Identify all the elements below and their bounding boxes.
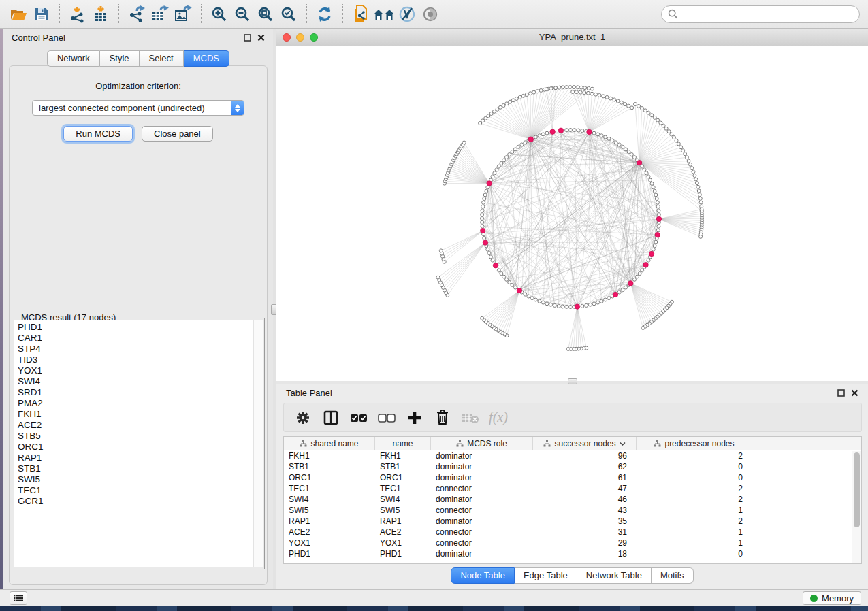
cell-MCDS-role: connector	[431, 538, 533, 548]
memory-button[interactable]: Memory	[803, 591, 861, 605]
tab-select[interactable]: Select	[140, 50, 184, 67]
result-list-item[interactable]: TEC1	[18, 485, 253, 496]
tab-network-table[interactable]: Network Table	[577, 567, 652, 584]
result-list-item[interactable]: PHD1	[18, 322, 253, 333]
close-panel-icon[interactable]	[257, 34, 265, 42]
show-all-icon[interactable]	[419, 3, 442, 25]
table-row[interactable]: TEC1TEC1connector472	[284, 483, 861, 494]
result-list-item[interactable]: STP4	[18, 344, 253, 354]
zoom-in-icon[interactable]	[208, 3, 231, 25]
result-list-item[interactable]: PMA2	[18, 398, 253, 409]
cell-predecessor-nodes: 1	[637, 538, 752, 548]
cell-MCDS-role: dominator	[431, 472, 533, 483]
result-list-scrollbar[interactable]	[253, 320, 263, 567]
zoom-out-icon[interactable]	[231, 3, 254, 25]
table-row[interactable]: ACE2ACE2connector311	[284, 527, 861, 538]
result-list-item[interactable]: RAP1	[18, 452, 253, 463]
select-all-icon[interactable]	[348, 407, 370, 429]
network-titlebar[interactable]: YPA_prune.txt_1	[276, 29, 868, 46]
float-window-icon[interactable]	[837, 389, 845, 397]
result-list-item[interactable]: TID3	[18, 354, 253, 365]
network-view-canvas[interactable]	[276, 46, 868, 381]
column-header-MCDS-role[interactable]: MCDS role	[431, 437, 533, 450]
run-mcds-button[interactable]: Run MCDS	[63, 126, 133, 142]
import-table-icon[interactable]	[89, 3, 112, 25]
column-header-name[interactable]: name	[375, 437, 431, 450]
delete-table-icon[interactable]	[460, 407, 481, 429]
result-list-item[interactable]: YOX1	[18, 365, 253, 376]
close-panel-button[interactable]: Close panel	[142, 126, 213, 142]
result-list-item[interactable]: CAR1	[18, 333, 253, 344]
zoom-selected-icon[interactable]	[277, 3, 300, 25]
tab-mcds[interactable]: MCDS	[184, 50, 229, 67]
table-row[interactable]: RAP1RAP1dominator352	[284, 516, 861, 527]
tab-node-table[interactable]: Node Table	[451, 567, 515, 584]
result-list-item[interactable]: SRD1	[18, 387, 253, 398]
network-from-clipboard-icon[interactable]	[349, 3, 372, 25]
function-builder-icon[interactable]: f(x)	[487, 407, 509, 429]
column-header-successor-nodes[interactable]: successor nodes	[533, 437, 637, 450]
result-list-item[interactable]: SWI4	[18, 376, 253, 387]
first-neighbors-icon[interactable]	[372, 3, 396, 25]
table-row[interactable]: STB1STB1dominator620	[284, 461, 861, 472]
criterion-dropdown[interactable]: largest connected component (undirected)	[32, 100, 244, 116]
cell-shared-name: TEC1	[284, 483, 375, 494]
cell-name: STB1	[375, 461, 431, 472]
create-column-icon[interactable]	[404, 407, 425, 429]
tab-edge-table[interactable]: Edge Table	[515, 567, 577, 584]
close-panel-icon[interactable]	[851, 389, 858, 397]
splitter-grip[interactable]	[568, 378, 577, 384]
result-list-item[interactable]: ORC1	[18, 442, 253, 452]
show-columns-icon[interactable]	[320, 407, 342, 429]
dropdown-stepper-icon	[231, 100, 244, 116]
save-icon[interactable]	[30, 3, 53, 25]
control-panel-titlebar: Control Panel	[3, 29, 273, 46]
hide-selected-icon[interactable]	[396, 3, 419, 25]
table-row[interactable]: FKH1FKH1dominator962	[284, 450, 861, 461]
show-task-history-button[interactable]	[10, 591, 27, 605]
refresh-layout-icon[interactable]	[313, 3, 336, 25]
table-row[interactable]: YOX1YOX1connector291	[284, 538, 861, 548]
cell-name: PHD1	[375, 548, 431, 559]
table-panel-title: Table Panel	[286, 388, 332, 398]
export-network-icon[interactable]	[125, 3, 148, 25]
table-row[interactable]: SWI4SWI4dominator462	[284, 494, 861, 505]
result-list-item[interactable]: STB1	[18, 463, 253, 474]
mcds-result-list[interactable]: PHD1CAR1STP4TID3YOX1SWI4SRD1PMA2FKH1ACE2…	[14, 320, 253, 567]
optimization-criterion-label: Optimization criterion:	[10, 81, 267, 91]
cell-shared-name: SWI5	[284, 505, 375, 516]
open-folder-icon[interactable]	[7, 3, 30, 25]
cell-name: SWI4	[375, 494, 431, 505]
result-list-item[interactable]: ACE2	[18, 420, 253, 431]
search-box[interactable]	[661, 5, 860, 23]
float-window-icon[interactable]	[244, 34, 251, 42]
table-settings-gear-icon[interactable]	[292, 407, 314, 429]
export-table-icon[interactable]	[148, 3, 172, 25]
result-list-item[interactable]: GCR1	[18, 496, 253, 507]
delete-column-icon[interactable]	[432, 407, 453, 429]
result-list-item[interactable]: FKH1	[18, 409, 253, 420]
zoom-fit-icon[interactable]	[254, 3, 277, 25]
table-row[interactable]: PHD1PHD1dominator180	[284, 548, 861, 559]
cell-name: YOX1	[375, 538, 431, 548]
table-scrollbar[interactable]	[852, 451, 861, 563]
tab-motifs[interactable]: Motifs	[652, 567, 694, 584]
result-list-item[interactable]: STB5	[18, 431, 253, 442]
table-row[interactable]: SWI5SWI5connector431	[284, 505, 861, 516]
network-title: YPA_prune.txt_1	[276, 32, 868, 42]
column-header-shared-name[interactable]: shared name	[284, 437, 375, 450]
tab-network[interactable]: Network	[47, 50, 100, 67]
tab-style[interactable]: Style	[100, 50, 140, 67]
table-scrollbar-thumb[interactable]	[854, 452, 860, 527]
cell-MCDS-role: dominator	[431, 516, 533, 527]
cell-MCDS-role: dominator	[431, 450, 533, 461]
column-header-predecessor-nodes[interactable]: predecessor nodes	[637, 437, 752, 450]
export-image-icon[interactable]	[172, 3, 195, 25]
cell-MCDS-role: connector	[431, 483, 533, 494]
result-list-item[interactable]: SWI5	[18, 474, 253, 485]
deselect-all-icon[interactable]	[376, 407, 398, 429]
table-tabs: Node TableEdge TableNetwork TableMotifs	[276, 567, 868, 584]
search-input[interactable]	[682, 9, 853, 19]
import-network-icon[interactable]	[66, 3, 89, 25]
table-row[interactable]: ORC1ORC1dominator610	[284, 472, 861, 483]
